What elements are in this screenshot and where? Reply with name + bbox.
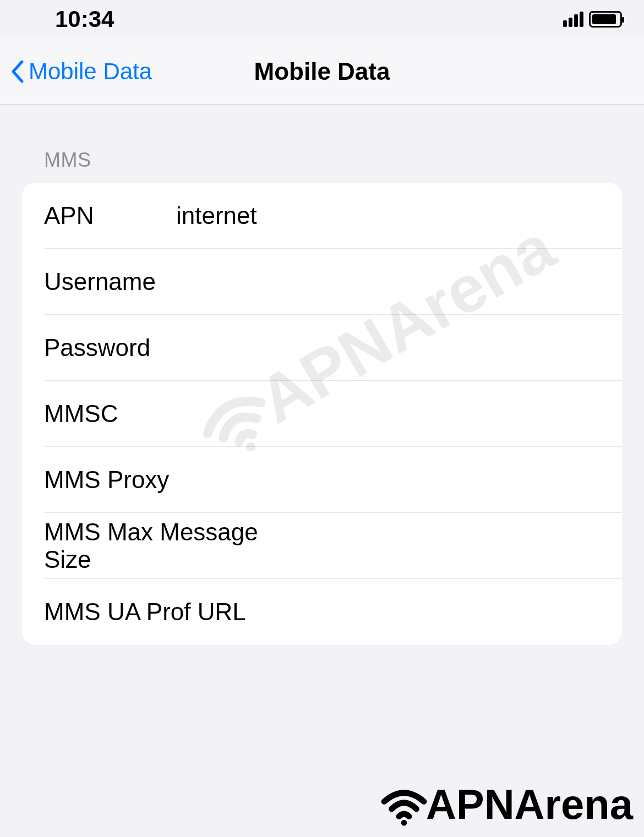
mms-ua-label: MMS UA Prof URL	[44, 598, 298, 626]
back-label: Mobile Data	[29, 58, 152, 85]
cellular-signal-icon	[563, 12, 583, 27]
wifi-icon	[379, 779, 429, 829]
username-label: Username	[44, 268, 176, 296]
password-input[interactable]	[176, 334, 600, 362]
battery-icon	[589, 11, 622, 28]
mms-settings-group: APN Username Password MMSC MMS Proxy MMS…	[22, 183, 622, 645]
mmsc-row[interactable]: MMSC	[22, 381, 622, 447]
apn-row[interactable]: APN	[22, 183, 622, 249]
mms-max-input[interactable]	[298, 532, 600, 560]
mms-ua-input[interactable]	[298, 598, 600, 626]
mmsc-label: MMSC	[44, 400, 176, 428]
password-row[interactable]: Password	[22, 315, 622, 381]
apn-input[interactable]	[176, 202, 600, 229]
section-header-mms: MMS	[22, 149, 622, 172]
mms-proxy-label: MMS Proxy	[44, 466, 298, 494]
footer-text: APNArena	[426, 780, 633, 828]
mms-max-row[interactable]: MMS Max Message Size	[22, 513, 622, 579]
mms-proxy-input[interactable]	[298, 466, 600, 494]
mms-ua-row[interactable]: MMS UA Prof URL	[22, 579, 622, 645]
content-area: MMS APN Username Password MMSC MMS Proxy…	[0, 105, 644, 645]
mmsc-input[interactable]	[176, 400, 600, 428]
svg-point-1	[401, 820, 407, 826]
footer-logo: APNArena	[379, 779, 633, 829]
mms-proxy-row[interactable]: MMS Proxy	[22, 447, 622, 513]
username-input[interactable]	[176, 268, 600, 296]
page-title: Mobile Data	[254, 58, 390, 85]
password-label: Password	[44, 334, 176, 362]
mms-max-label: MMS Max Message Size	[44, 518, 298, 573]
back-button[interactable]: Mobile Data	[0, 58, 152, 85]
status-bar: 10:34	[0, 0, 644, 39]
status-time: 10:34	[55, 6, 114, 32]
navigation-bar: Mobile Data Mobile Data	[0, 39, 644, 105]
apn-label: APN	[44, 202, 176, 229]
username-row[interactable]: Username	[22, 249, 622, 315]
chevron-left-icon	[11, 61, 24, 83]
status-indicators	[563, 11, 622, 28]
